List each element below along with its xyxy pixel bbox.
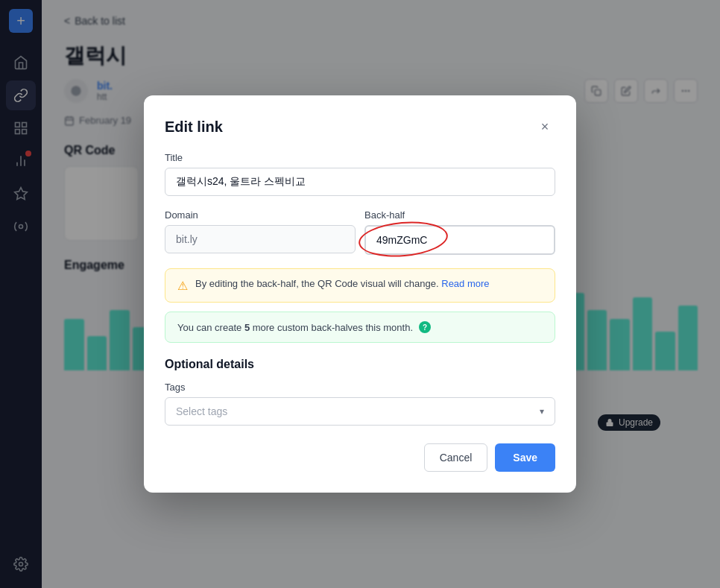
domain-backhalf-row: Domain Back-half bbox=[165, 209, 555, 268]
warning-box: ⚠ By editing the back-half, the QR Code … bbox=[165, 268, 555, 303]
tags-placeholder: Select tags bbox=[176, 405, 227, 417]
info-text: You can create 5 more custom back-halves… bbox=[177, 322, 413, 333]
info-help-icon[interactable]: ? bbox=[419, 321, 431, 333]
chevron-down-icon: ▾ bbox=[540, 406, 544, 417]
tags-form-group: Tags Select tags ▾ bbox=[165, 382, 555, 426]
title-form-group: Title bbox=[165, 152, 555, 196]
modal-title: Edit link bbox=[165, 118, 223, 136]
read-more-link[interactable]: Read more bbox=[441, 278, 489, 289]
modal-close-button[interactable]: × bbox=[534, 116, 555, 137]
save-button[interactable]: Save bbox=[495, 443, 555, 472]
domain-form-group: Domain bbox=[165, 209, 356, 255]
modal-header: Edit link × bbox=[165, 116, 555, 137]
backhalf-label: Back-half bbox=[364, 209, 555, 221]
info-box: You can create 5 more custom back-halves… bbox=[165, 312, 555, 343]
tags-label: Tags bbox=[165, 382, 555, 393]
warning-text: By editing the back-half, the QR Code vi… bbox=[195, 278, 490, 289]
domain-input bbox=[165, 225, 356, 253]
backhalf-form-group: Back-half bbox=[364, 209, 555, 255]
title-input[interactable] bbox=[165, 168, 555, 196]
edit-link-modal: Edit link × Title Domain Back-half bbox=[144, 95, 576, 493]
optional-title: Optional details bbox=[165, 358, 555, 371]
modal-overlay[interactable]: Edit link × Title Domain Back-half bbox=[0, 0, 720, 588]
tags-select[interactable]: Select tags ▾ bbox=[165, 397, 555, 426]
warning-icon: ⚠ bbox=[177, 279, 188, 293]
title-label: Title bbox=[165, 152, 555, 163]
domain-label: Domain bbox=[165, 209, 356, 221]
modal-footer: Cancel Save bbox=[165, 443, 555, 472]
backhalf-wrapper bbox=[364, 225, 555, 255]
backhalf-input[interactable] bbox=[364, 225, 555, 255]
cancel-button[interactable]: Cancel bbox=[424, 443, 488, 472]
